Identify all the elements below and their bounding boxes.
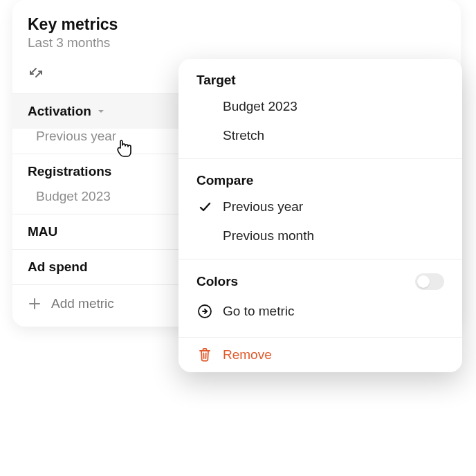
target-item-label: Budget 2023: [223, 99, 298, 114]
target-item-label: Stretch: [223, 128, 264, 143]
target-item-budget-2023[interactable]: Budget 2023: [178, 92, 462, 121]
go-to-metric-button[interactable]: Go to metric: [178, 294, 462, 329]
compare-section: Compare Previous year Previous month: [178, 159, 462, 259]
compare-item-previous-year[interactable]: Previous year: [178, 192, 462, 221]
chevron-down-icon: [97, 107, 105, 116]
panel-header: Key metrics Last 3 months: [12, 15, 461, 55]
metric-label: Ad spend: [28, 259, 88, 275]
go-to-metric-label: Go to metric: [223, 304, 294, 319]
trash-icon: [196, 347, 213, 363]
panel-title: Key metrics: [28, 15, 446, 34]
panel-subtitle: Last 3 months: [28, 35, 446, 51]
plus-icon: [28, 297, 42, 311]
metric-label: Registrations: [28, 164, 111, 179]
colors-heading: Colors: [196, 274, 238, 289]
metric-context-popover: Target Budget 2023 Stretch Compare Previ…: [178, 59, 462, 372]
metric-label: Activation: [28, 104, 91, 119]
target-item-stretch[interactable]: Stretch: [178, 121, 462, 150]
swap-icon[interactable]: [28, 64, 44, 81]
compare-item-label: Previous month: [223, 228, 314, 244]
metric-label: MAU: [28, 224, 57, 239]
compare-heading: Compare: [178, 173, 462, 192]
add-metric-label: Add metric: [51, 296, 114, 311]
remove-button[interactable]: Remove: [178, 338, 462, 372]
remove-label: Remove: [223, 347, 272, 363]
compare-item-label: Previous year: [223, 199, 303, 214]
check-icon: [196, 200, 213, 214]
target-heading: Target: [178, 73, 462, 92]
colors-section: Colors Go to metric: [178, 259, 462, 338]
toggle-knob: [417, 275, 430, 288]
compare-item-previous-month[interactable]: Previous month: [178, 221, 462, 250]
arrow-circle-right-icon: [196, 304, 213, 319]
colors-toggle[interactable]: [415, 273, 444, 290]
target-section: Target Budget 2023 Stretch: [178, 59, 462, 159]
